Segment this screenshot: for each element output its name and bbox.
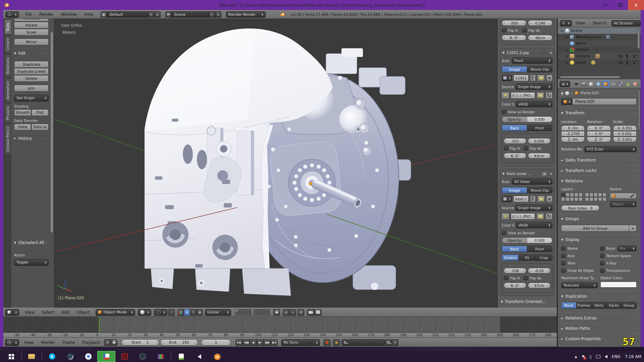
start-frame-field[interactable]: ◂Start: 1▸	[121, 339, 159, 346]
rotation-field-2[interactable]: ◂Z: 0°▸	[587, 137, 610, 142]
render-anim-icon[interactable]	[314, 309, 322, 316]
render-engine-select[interactable]: Blender Render	[226, 11, 266, 18]
bg-colorspace-select-1[interactable]: sRGB	[516, 222, 552, 228]
relation-layer-toggle[interactable]	[598, 193, 602, 197]
relation-layer-toggle[interactable]	[585, 193, 589, 197]
snap-element-icon[interactable]: ⊞	[298, 309, 304, 316]
active-keying-set-field[interactable]	[341, 339, 385, 346]
bg-size-field[interactable]: ◂63cm▸	[528, 153, 550, 159]
add-to-group-button[interactable]: Add to Group	[561, 225, 629, 232]
tool-shelf-tab-relations[interactable]: Relations	[4, 54, 11, 77]
menu-render[interactable]: Render	[36, 12, 57, 17]
bg-y-field[interactable]: ◂0.030▸	[528, 138, 550, 144]
motion-paths-panel[interactable]: ►Motion Paths::::	[561, 326, 637, 331]
draw-all-edges-checkbox[interactable]	[561, 268, 566, 273]
layer-toggle[interactable]	[235, 312, 238, 315]
expand-icon[interactable]: ⊕	[565, 48, 569, 52]
title-bar[interactable]: Blender* [C:\Users\Nicholas\Documents\Bl…	[0, 0, 644, 10]
layer-toggle[interactable]	[249, 309, 252, 312]
parent-type-select[interactable]: Object	[610, 201, 637, 207]
fit-crop[interactable]: Crop	[536, 255, 552, 260]
shading-smooth-button[interactable]: Smooth	[14, 109, 31, 116]
layer-toggle[interactable]	[245, 312, 248, 315]
relation-layer-toggle[interactable]	[594, 193, 598, 197]
scale-field-1[interactable]: ◂Y: 0.051▸	[613, 131, 637, 136]
lock-icon[interactable]	[273, 309, 280, 316]
bg-tab-movie-clip[interactable]: Movie Clip	[527, 66, 552, 72]
play-button[interactable]: ▶	[257, 339, 264, 346]
image-pack-icon[interactable]	[502, 92, 509, 99]
tool-shelf-tab-create[interactable]: Create	[4, 35, 11, 54]
outliner-vscrollbar[interactable]	[637, 29, 640, 49]
rotation-field-1[interactable]: ◂Y: 0°▸	[587, 131, 610, 136]
duplicate-linked-button[interactable]: Duplicate Linked	[14, 68, 49, 75]
flip-h-checkbox[interactable]	[502, 28, 506, 33]
transparency-checkbox[interactable]	[600, 268, 604, 273]
duplication-faces[interactable]: Faces	[606, 302, 622, 308]
sync-select[interactable]: No Sync	[281, 339, 320, 346]
transform-orientation-panel-header[interactable]: ▼Transform Orientati...	[501, 299, 553, 304]
bg-axis-select-1[interactable]: All Views	[512, 178, 552, 185]
properties-tab-scene[interactable]	[588, 80, 595, 87]
scene-field[interactable]: Scene	[172, 11, 209, 18]
vp-menu-add[interactable]: Add	[58, 310, 73, 315]
close-button[interactable]: X	[628, 0, 644, 10]
remove-bg-image-button[interactable]: ×	[549, 51, 552, 55]
tool-shelf-tab-grease-pencil[interactable]: Grease Pencil	[4, 124, 11, 155]
eye-toggle-icon[interactable]	[618, 61, 623, 64]
pivot-select[interactable]	[154, 309, 167, 316]
fit-stretch[interactable]: Stretch	[502, 255, 519, 260]
duplication-panel[interactable]: ▼Duplication::::	[561, 294, 637, 299]
bg-y-field[interactable]: ◂-0.05▸	[528, 268, 550, 274]
timeline-canvas[interactable]	[3, 317, 557, 333]
parent-field[interactable]	[610, 193, 637, 199]
layer-toggle[interactable]	[260, 312, 263, 315]
outliner-hscrollbar[interactable]	[560, 76, 620, 78]
max-draw-type-select[interactable]: Textured	[561, 282, 598, 288]
bg-source-tabs-1[interactable]: ImageMovie Clip	[502, 187, 552, 193]
relation-layer-toggle[interactable]	[579, 197, 583, 201]
prev-keyframe-button[interactable]: ◀◀	[243, 339, 250, 346]
transform-locks-panel[interactable]: ►Transform Locks::::	[561, 168, 637, 173]
bg-tab-image[interactable]: Image	[502, 187, 527, 193]
texture-space-checkbox[interactable]	[600, 254, 604, 258]
remove-bg-image-button[interactable]: ×	[549, 172, 552, 176]
layer-toggle[interactable]	[257, 312, 260, 315]
bg-x-field[interactable]: ◂.036▸	[504, 268, 526, 274]
properties-tab-object[interactable]	[602, 80, 609, 87]
outliner-filter-select[interactable]: All Scenes	[611, 20, 641, 26]
outliner-menu-view[interactable]: View	[572, 21, 589, 25]
layer-toggle[interactable]	[242, 312, 245, 315]
bg-tab-image[interactable]: Image	[502, 66, 527, 72]
tl-menu-view[interactable]: View	[20, 340, 37, 345]
taskbar-explorer-button[interactable]	[22, 351, 41, 362]
unlink-image-button[interactable]: ×	[546, 196, 552, 202]
layer-toggle[interactable]	[267, 309, 270, 312]
tray-caret-icon[interactable]: ▲	[575, 355, 577, 358]
duplicate-button[interactable]: Duplicate	[14, 61, 49, 68]
relation-layer-toggle[interactable]	[602, 193, 606, 197]
taskbar-steam-button[interactable]	[61, 351, 79, 362]
manipulator-scale-icon[interactable]: ▣	[197, 309, 203, 316]
screen-layout-add-button[interactable]: +	[148, 11, 154, 18]
properties-tab-constraints[interactable]	[610, 80, 617, 87]
boun-checkbox[interactable]	[600, 246, 604, 251]
image-id-icon[interactable]	[502, 196, 512, 202]
location-field-0[interactable]: ◂X: 0m▸	[561, 125, 585, 131]
flip-v-checkbox[interactable]	[524, 146, 528, 150]
scale-field-0[interactable]: ◂X: 0.051▸	[613, 125, 637, 131]
menu-file[interactable]: File	[21, 12, 36, 17]
properties-scrollbar[interactable]	[638, 89, 640, 130]
history-panel-header[interactable]: ►History::::	[14, 136, 49, 141]
vp-menu-object[interactable]: Object	[73, 310, 94, 315]
eyedropper-icon[interactable]	[631, 194, 635, 198]
current-frame-indicator[interactable]	[99, 317, 100, 333]
edit-panel-header[interactable]: ▼Edit::::	[14, 51, 49, 56]
taskbar-gauge-button[interactable]	[133, 351, 152, 362]
relation-layer-toggle[interactable]	[566, 197, 570, 201]
render-toggle-icon[interactable]	[633, 55, 637, 58]
flip-h-checkbox[interactable]	[504, 276, 508, 280]
object-id-icon[interactable]	[561, 98, 573, 105]
layer-toggle[interactable]	[254, 309, 257, 312]
snap-magnet-icon[interactable]: ∪	[289, 309, 296, 316]
